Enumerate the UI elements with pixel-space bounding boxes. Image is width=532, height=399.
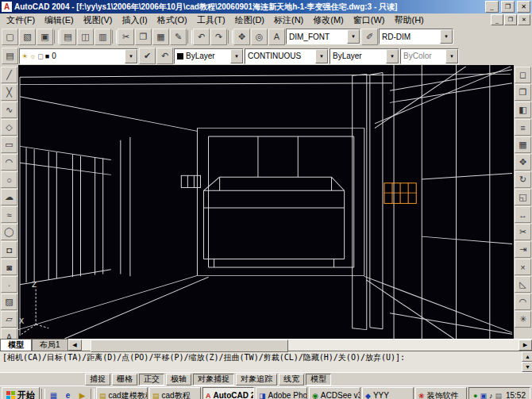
toggle-polar[interactable]: 极轴 — [166, 374, 191, 386]
stretch-icon[interactable]: ↔ — [515, 206, 531, 223]
undo-icon[interactable]: ↶ — [193, 29, 210, 45]
new-file-icon[interactable]: ▢ — [2, 29, 18, 45]
region-icon[interactable]: ▱ — [1, 311, 17, 328]
start-button[interactable]: 开始 — [2, 387, 40, 399]
open-file-icon[interactable]: ▧ — [19, 29, 36, 45]
zoom-realtime-icon[interactable]: ◎ — [251, 29, 268, 45]
make-object-layer-current-icon[interactable]: ✔ — [139, 48, 156, 64]
menu-item-view[interactable]: 视图(V) — [79, 13, 118, 27]
minimize-icon[interactable]: _ — [485, 1, 499, 13]
toggle-ortho[interactable]: 正交 — [139, 374, 164, 386]
save-icon[interactable]: ▣ — [37, 29, 53, 45]
tab-layout1[interactable]: 布局1 — [32, 339, 68, 351]
task-autocad[interactable]: A AutoCAD 200... — [202, 387, 254, 399]
match-properties-icon[interactable]: ✎ — [170, 29, 187, 45]
ellipse-icon[interactable]: ◯ — [1, 224, 17, 240]
linetype-combo[interactable]: CONTINUOUS ▼ — [245, 48, 329, 64]
dim-style-icon[interactable]: ✐ — [361, 29, 378, 45]
menu-item-edit[interactable]: 编辑(E) — [40, 13, 79, 27]
insert-block-icon[interactable]: ◘ — [1, 241, 17, 258]
toggle-lineweight[interactable]: 线宽 — [279, 374, 304, 386]
layer-combo[interactable]: ☀ ☼ ◻ ■ 0 ▼ — [19, 48, 138, 64]
array-icon[interactable]: ▦ — [515, 136, 531, 153]
menu-item-insert[interactable]: 插入(I) — [117, 13, 152, 27]
tab-model[interactable]: 模型 — [0, 339, 32, 351]
input-method-tray-icon[interactable]: ▣ — [480, 392, 487, 399]
menu-item-draw[interactable]: 绘图(D) — [230, 13, 269, 27]
task-adobe-photoshop[interactable]: ◨ Adobe Photo... — [256, 387, 307, 399]
volume-tray-icon[interactable]: ♪ — [489, 392, 493, 399]
menu-item-format[interactable]: 格式(O) — [152, 13, 192, 27]
line-icon[interactable]: ╱ — [1, 67, 17, 83]
chevron-down-icon[interactable]: ▼ — [440, 29, 453, 44]
point-icon[interactable]: ∙ — [1, 276, 17, 293]
mdi-restore-icon[interactable]: ❐ — [504, 14, 517, 25]
menu-item-dimension[interactable]: 标注(N) — [269, 13, 308, 27]
layers-dialog-icon[interactable]: ▤ — [2, 48, 18, 64]
toggle-osnap[interactable]: 对象捕捉 — [193, 374, 234, 386]
offset-icon[interactable]: ≡ — [515, 119, 531, 136]
spline-icon[interactable]: ≈ — [1, 206, 17, 223]
layer-previous-icon[interactable]: ↶ — [156, 48, 173, 64]
command-scrollbar[interactable]: ▲ ▼ — [522, 351, 532, 372]
task-decoration-software[interactable]: ❀ 装饰软件 — [415, 387, 467, 399]
rotate-icon[interactable]: ↻ — [515, 171, 531, 188]
command-input-line[interactable] — [2, 362, 519, 371]
cut-icon[interactable]: ✂ — [118, 29, 134, 45]
scroll-down-icon[interactable]: ▼ — [522, 362, 532, 372]
chamfer-icon[interactable]: ◺ — [515, 276, 531, 293]
circle-icon[interactable]: ○ — [1, 171, 17, 188]
network-tray-icon[interactable]: ▤ — [495, 392, 502, 399]
show-desktop-icon[interactable]: ▦ — [47, 389, 60, 399]
polygon-icon[interactable]: ◇ — [1, 119, 17, 136]
text-style-combo[interactable]: DIM_FONT ▼ — [286, 29, 360, 44]
command-lines[interactable]: [相机(CA)/目标(TA)/距离(D)/点(PO)/平移(P)/缩放(Z)/扭… — [0, 351, 522, 372]
make-block-icon[interactable]: ◙ — [1, 259, 17, 275]
menu-item-modify[interactable]: 修改(M) — [308, 13, 349, 27]
explode-icon[interactable]: ✳ — [515, 311, 531, 328]
paste-icon[interactable]: ▦ — [152, 29, 169, 45]
scroll-up-icon[interactable]: ▲ — [522, 351, 532, 362]
hatch-icon[interactable]: ▨ — [1, 293, 17, 310]
task-acdsee[interactable]: ◉ ACDSee v3.1... — [309, 387, 360, 399]
mdi-close-icon[interactable]: ✕ — [518, 14, 530, 25]
move-icon[interactable]: ✥ — [515, 154, 531, 171]
close-icon[interactable]: ✕ — [517, 1, 530, 13]
chevron-down-icon[interactable]: ▼ — [125, 49, 137, 63]
color-combo[interactable]: ByLayer ▼ — [174, 48, 244, 64]
mirror-icon[interactable]: ◧ — [515, 102, 531, 118]
menu-item-help[interactable]: 帮助(H) — [390, 13, 429, 27]
pan-realtime-icon[interactable]: ✥ — [233, 29, 250, 45]
mdi-minimize-icon[interactable]: _ — [491, 14, 503, 25]
chevron-down-icon[interactable]: ▼ — [386, 49, 399, 63]
redo-icon[interactable]: ↷ — [210, 29, 227, 45]
scale-icon[interactable]: ◱ — [515, 189, 531, 205]
polyline-icon[interactable]: ∿ — [1, 102, 17, 118]
taskbar-clock[interactable]: 15:52 — [504, 391, 526, 399]
lineweight-combo[interactable]: ByLayer ▼ — [330, 48, 399, 64]
arc-icon[interactable]: ◠ — [1, 154, 17, 171]
plot-preview-icon[interactable]: ◫ — [77, 29, 94, 45]
scroll-right-icon[interactable]: ▶ — [519, 340, 532, 351]
internet-explorer-icon[interactable]: e — [61, 389, 75, 399]
restore-icon[interactable]: ❐ — [501, 1, 515, 13]
toggle-snap[interactable]: 捕捉 — [85, 374, 110, 386]
chevron-down-icon[interactable]: ▼ — [315, 49, 328, 63]
scroll-thumb[interactable] — [91, 340, 289, 352]
chevron-down-icon[interactable]: ▼ — [347, 29, 360, 44]
toggle-model[interactable]: 模型 — [306, 374, 331, 386]
toggle-otrack[interactable]: 对象追踪 — [236, 374, 277, 386]
publish-icon[interactable]: ▥ — [94, 29, 111, 45]
horizontal-scrollbar[interactable]: ◀ ▶ — [68, 339, 532, 351]
trim-icon[interactable]: ✂ — [515, 224, 531, 240]
task-yyy[interactable]: ◆ YYY — [362, 387, 414, 399]
break-icon[interactable]: × — [515, 259, 531, 275]
menu-item-tools[interactable]: 工具(T) — [192, 13, 230, 27]
rectangle-icon[interactable]: ▭ — [1, 136, 17, 153]
menu-item-window[interactable]: 窗口(W) — [349, 13, 390, 27]
text-style-icon[interactable]: A — [268, 29, 285, 45]
scroll-track[interactable] — [82, 340, 519, 351]
menu-item-file[interactable]: 文件(F) — [2, 13, 40, 27]
drawing-canvas[interactable]: Z X — [18, 65, 514, 339]
toggle-grid[interactable]: 栅格 — [112, 374, 137, 386]
